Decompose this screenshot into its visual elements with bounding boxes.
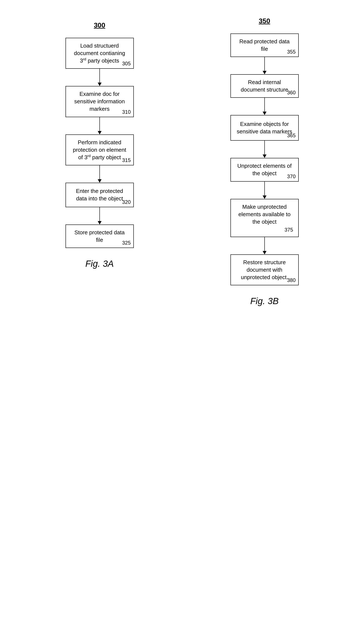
box-305-text: Load structuerd document contianing 3rd …	[71, 42, 128, 64]
box-325: Store protected data file 325	[66, 225, 134, 248]
box-325-text: Store protected data file	[71, 229, 128, 244]
right-title: 350	[259, 17, 270, 25]
box-365-text: Examine objects for sensitive data marke…	[236, 120, 293, 135]
box-305: Load structuerd document contianing 3rd …	[66, 38, 134, 69]
arrow-3	[17, 165, 182, 183]
box-315: Perform indicated protection on element …	[66, 134, 134, 165]
box-325-num: 325	[122, 240, 130, 246]
page-container: 300 Load structuerd document contianing …	[0, 0, 364, 624]
box-380-num: 380	[287, 277, 295, 283]
box-360: Read internal document structure 360	[231, 74, 299, 98]
col-right: 350 Read protected data file 355 Read in…	[182, 13, 347, 611]
col-left: 300 Load structuerd document contianing …	[17, 13, 182, 611]
box-370-text: Unprotect elements of the object	[236, 162, 293, 177]
box-355: Read protected data file 355	[231, 33, 299, 57]
box-310: Examine doc for sensitive information ma…	[66, 86, 134, 117]
box-320-num: 320	[122, 199, 130, 205]
box-360-text: Read internal document structure	[236, 78, 293, 93]
box-365: Examine objects for sensitive data marke…	[231, 115, 299, 141]
box-375: Make unprotected elements available to t…	[231, 199, 299, 237]
box-375-num: 375	[236, 227, 293, 233]
box-355-text: Read protected data file	[236, 38, 293, 53]
box-305-num: 305	[122, 61, 130, 67]
arrow-r3	[182, 141, 347, 158]
box-310-num: 310	[122, 109, 130, 115]
box-365-num: 365	[287, 132, 295, 138]
box-370: Unprotect elements of the object 370	[231, 158, 299, 182]
box-375-text: Make unprotected elements available to t…	[236, 203, 293, 226]
arrow-r4	[182, 182, 347, 199]
arrow-2	[17, 117, 182, 134]
arrow-r1	[182, 57, 347, 74]
box-380-text: Restore structure document with unprotec…	[236, 259, 293, 281]
fig-3a-label: Fig. 3A	[85, 259, 114, 269]
left-title: 300	[94, 21, 105, 29]
box-315-text: Perform indicated protection on element …	[71, 139, 128, 161]
arrow-4	[17, 207, 182, 225]
box-310-text: Examine doc for sensitive information ma…	[71, 90, 128, 113]
fig-3b-label: Fig. 3B	[250, 296, 279, 306]
box-370-num: 370	[287, 174, 295, 180]
box-320-text: Enter the protected data into the object	[71, 187, 128, 202]
box-380: Restore structure document with unprotec…	[231, 254, 299, 285]
box-315-num: 315	[122, 157, 130, 163]
arrow-r2	[182, 98, 347, 115]
arrow-1	[17, 69, 182, 86]
box-320: Enter the protected data into the object…	[66, 183, 134, 207]
box-355-num: 355	[287, 49, 295, 55]
box-360-num: 360	[287, 90, 295, 96]
arrow-r5	[182, 237, 347, 254]
